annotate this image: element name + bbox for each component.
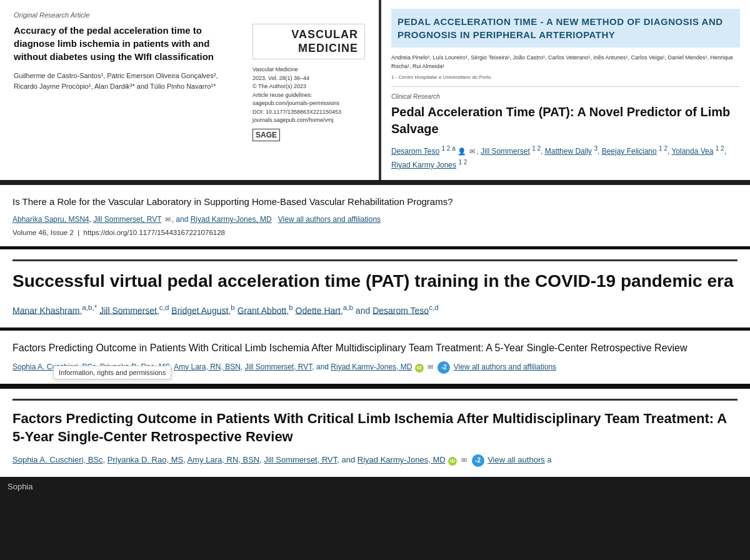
factors-card-1-title: Factors Predicting Outcome in Patients W…	[12, 341, 738, 355]
orcid-icon-2: iD	[448, 457, 457, 466]
factors-card-2-title: Factors Predicting Outcome in Patients W…	[12, 399, 738, 446]
tooltip-info: Information, rights and permissions	[53, 366, 171, 379]
author-amy-lara-2[interactable]: Amy Lara, RN, BSN	[188, 455, 260, 464]
factors-card-2: Factors Predicting Outcome in Patients W…	[0, 389, 750, 477]
author-yolanda-vea[interactable]: Yolanda Vea	[671, 147, 713, 156]
person-icon: 👤	[458, 148, 466, 155]
author-jill-sommerset[interactable]: Jill Sommerset	[481, 147, 530, 156]
author-jill-sommerset-3[interactable]: Jill Sommerset	[99, 305, 157, 315]
divider-1	[0, 180, 750, 185]
orcid-icon-1: iD	[415, 364, 424, 372]
sophia-bottom-text: Sophia	[0, 477, 40, 496]
author-jill-sommerset-2[interactable]: Jill Sommerset, RVT	[93, 215, 161, 224]
author-priyanka-rao-2[interactable]: Priyanka D. Rao, MS	[108, 455, 183, 464]
author-manar-khashram[interactable]: Manar Khashram	[12, 305, 79, 315]
big-article: Successful virtual pedal acceleration ti…	[0, 249, 750, 327]
sage-logo: SAGE	[252, 129, 280, 142]
factors-card-2-authors: Sophia A. Cuschieri, BSc, Priyanka D. Ra…	[12, 454, 738, 467]
top-section: Original Research Article Accuracy of th…	[0, 0, 750, 180]
view-all-authors-link-3[interactable]: View all authors	[488, 455, 545, 464]
badge-neg2-1: -2	[438, 361, 450, 374]
paper-right: PEDAL ACCELERATION TIME - A NEW METHOD O…	[381, 0, 750, 180]
bottom-bar: Sophia	[0, 477, 750, 496]
author-abharika-sapru[interactable]: Abharika Sapru, MSN4	[12, 215, 89, 224]
big-article-title: Successful virtual pedal acceleration ti…	[12, 259, 738, 292]
right-top-paper-affil: 1 - Centro Hospitalar e Universitário do…	[391, 74, 740, 80]
author-jill-sommerset-4[interactable]: Jill Sommerset, RVT	[245, 362, 312, 371]
badge-neg2-2: -2	[472, 454, 484, 467]
author-riyad-karmy-jones-4[interactable]: Riyad Karmy-Jones, MD	[358, 455, 446, 464]
author-sophia-cuschieri-2[interactable]: Sophia A. Cuschieri, BSc	[12, 455, 103, 464]
left-paper-title: Accuracy of the pedal acceleration time …	[14, 24, 242, 63]
envelope-icon: ✉	[469, 146, 475, 158]
article-vascular-lab: Is There a Role for the Vascular Laborat…	[0, 185, 750, 246]
left-paper-authors: Guilherme de Castro-Santos¹⁠, Patric Eme…	[14, 71, 242, 91]
view-all-authors-link-2[interactable]: View all authors and affiliations	[454, 362, 556, 371]
clinical-research-label: Clinical Research	[391, 93, 740, 100]
author-odette-hart[interactable]: Odette Hart	[296, 305, 341, 315]
divider-4	[0, 384, 750, 389]
right-bottom-paper-authors: Desarom Teso 1 2 a 👤 ✉, Jill Sommerset 1…	[391, 144, 740, 171]
author-riyad-karmy-jones-3[interactable]: Riyad Karmy-Jones, MD	[331, 362, 412, 371]
view-all-truncated: a	[547, 455, 551, 464]
envelope-icon-2: ✉	[165, 214, 171, 225]
original-research-label: Original Research Article	[14, 11, 365, 19]
volume-text: Volume 46, Issue 2	[12, 229, 74, 236]
right-top-paper-authors: Andreia Pinelo¹, Luís Loureiro¹, Sérgio …	[391, 54, 740, 71]
article-vascular-lab-title: Is There a Role for the Vascular Laborat…	[12, 195, 738, 209]
journal-name-line2: MEDICINE	[259, 42, 358, 56]
author-jill-sommerset-5[interactable]: Jill Sommerset, RVT	[264, 455, 337, 464]
article-vascular-lab-authors: Abharika Sapru, MSN4, Jill Sommerset, RV…	[12, 214, 738, 225]
right-bottom-paper-title: Pedal Acceleration Time (PAT): A Novel P…	[391, 104, 740, 138]
author-bridget-august[interactable]: Bridget August	[171, 305, 228, 315]
view-all-authors-link-1[interactable]: View all authors and affiliations	[278, 215, 381, 224]
right-top-paper-title: PEDAL ACCELERATION TIME - A NEW METHOD O…	[391, 9, 740, 48]
doi-text: https://doi.org/10.1177/1544316722107612…	[84, 229, 225, 236]
envelope-icon-3: ✉	[428, 362, 433, 372]
journal-logo: VASCULAR MEDICINE	[252, 24, 365, 59]
author-amy-lara-1[interactable]: Amy Lara, RN, BSN	[174, 362, 241, 371]
author-riyad-karmy-jones-2[interactable]: Riyad Karmy-Jones, MD	[191, 215, 272, 224]
author-desarom-teso[interactable]: Desarom Teso	[391, 147, 439, 156]
big-article-authors: Manar Khashram,a,b,* Jill Sommerset,c,d …	[12, 302, 738, 318]
article-volume: Volume 46, Issue 2 | https://doi.org/10.…	[12, 229, 738, 236]
envelope-icon-4: ✉	[461, 455, 467, 466]
paper-left: Original Research Article Accuracy of th…	[0, 0, 381, 180]
author-riyad-karmy-jones[interactable]: Riyad Karmy Jones	[391, 161, 456, 169]
author-beejay-feliciano[interactable]: Beejay Feliciano	[602, 147, 657, 156]
author-matthew-dally[interactable]: Matthew Dally	[545, 147, 592, 156]
author-desarom-teso-2[interactable]: Desarom Teso	[372, 305, 429, 315]
journal-name-line1: VASCULAR	[259, 28, 358, 42]
left-paper-meta: Vascular Medicine 2023, Vol. 28(1) 36–44…	[252, 66, 365, 125]
author-grant-abbott[interactable]: Grant Abbott	[238, 305, 287, 315]
factors-card-1: Information, rights and permissions Fact…	[0, 331, 750, 384]
